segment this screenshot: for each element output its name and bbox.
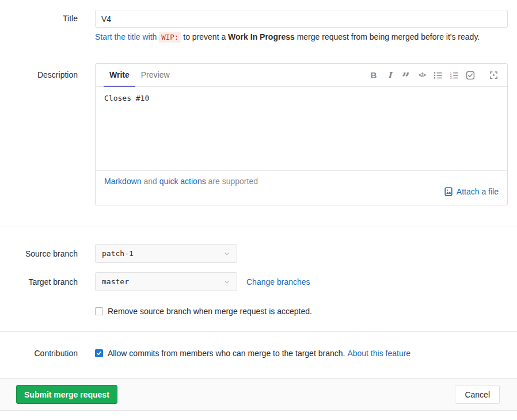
quote-icon[interactable]: ” — [401, 70, 410, 81]
contribution-row: Contribution Allow commits from members … — [0, 349, 517, 358]
markdown-editor: Write Preview B I ” </> 123 — [95, 63, 508, 205]
target-branch-label: Target branch — [0, 277, 78, 287]
source-branch-dropdown[interactable]: patch-1 — [95, 244, 237, 263]
task-list-icon[interactable] — [466, 70, 475, 81]
target-branch-row: Target branch master Change branches — [0, 272, 517, 291]
cancel-button[interactable]: Cancel — [455, 385, 500, 404]
title-label: Title — [0, 10, 78, 41]
quick-actions-help-link[interactable]: quick actions — [159, 177, 206, 186]
attach-file-label: Attach a file — [457, 187, 499, 196]
fullscreen-icon[interactable] — [489, 70, 498, 81]
markdown-help-link[interactable]: Markdown — [104, 177, 142, 186]
remove-source-branch-checkbox[interactable] — [95, 307, 103, 315]
hint-text-end: merge request from being merged before i… — [297, 32, 480, 41]
divider — [0, 227, 517, 227]
markdown-toolbar: B I ” </> 123 — [369, 70, 498, 81]
submit-merge-request-button[interactable]: Submit merge request — [16, 385, 117, 404]
bold-icon[interactable]: B — [369, 70, 378, 81]
title-hint: Start the title with WIP: to prevent a W… — [95, 32, 508, 41]
code-icon[interactable]: </> — [417, 70, 427, 81]
merge-request-form: Title Start the title with WIP: to preve… — [0, 0, 517, 411]
support-end-text: are supported — [208, 177, 258, 186]
description-textarea[interactable]: Closes #10 — [96, 87, 507, 170]
source-branch-value: patch-1 — [102, 249, 134, 258]
markdown-editor-footer: Markdown and quick actions are supported… — [96, 170, 507, 205]
tab-preview[interactable]: Preview — [135, 64, 176, 86]
markdown-editor-header: Write Preview B I ” </> 123 — [96, 64, 507, 87]
source-branch-row: Source branch patch-1 — [0, 244, 517, 263]
form-actions-bar: Submit merge request Cancel — [0, 378, 517, 411]
hint-text-middle: to prevent a — [183, 32, 226, 41]
remove-source-branch-row: Remove source branch when merge request … — [0, 307, 517, 316]
bullet-list-icon[interactable] — [434, 70, 443, 81]
target-branch-dropdown[interactable]: master — [95, 272, 237, 291]
remove-source-branch-label: Remove source branch when merge request … — [108, 307, 312, 316]
description-row: Description Write Preview B I ” </> — [0, 63, 517, 205]
tab-write[interactable]: Write — [104, 64, 135, 86]
svg-text:3: 3 — [450, 76, 451, 79]
allow-commits-label: Allow commits from members who can merge… — [108, 349, 345, 358]
markdown-support-text: Markdown and quick actions are supported — [104, 177, 499, 186]
title-row: Title Start the title with WIP: to preve… — [0, 10, 517, 41]
allow-commits-checkbox[interactable] — [95, 349, 103, 357]
title-input[interactable] — [95, 10, 508, 28]
wip-hint-link[interactable]: Start the title with — [95, 32, 157, 41]
description-label: Description — [0, 63, 78, 205]
change-branches-link[interactable]: Change branches — [246, 277, 310, 287]
support-and-text: and — [143, 177, 157, 186]
contribution-label: Contribution — [0, 349, 78, 358]
source-branch-label: Source branch — [0, 249, 78, 258]
target-branch-value: master — [102, 277, 129, 286]
numbered-list-icon[interactable]: 123 — [450, 70, 459, 81]
chevron-down-icon — [223, 250, 230, 257]
attach-file-link[interactable]: Attach a file — [444, 187, 499, 196]
divider — [0, 331, 517, 332]
wip-code-badge: WIP: — [159, 32, 181, 43]
hint-text-bold: Work In Progress — [228, 32, 295, 41]
chevron-down-icon — [223, 278, 230, 285]
attach-file-icon — [444, 187, 453, 196]
italic-icon[interactable]: I — [385, 70, 394, 81]
about-this-feature-link[interactable]: About this feature — [347, 349, 410, 358]
